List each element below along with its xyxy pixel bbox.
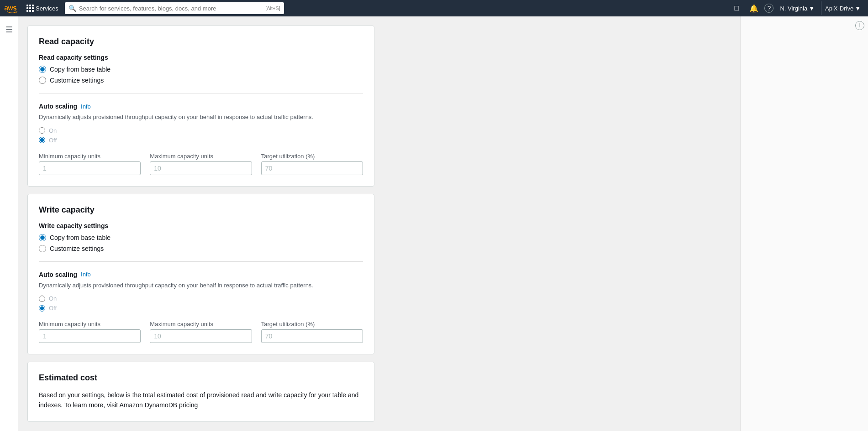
write-max-capacity-group: Maximum capacity units: [150, 321, 252, 343]
write-capacity-card: Write capacity Write capacity settings C…: [27, 194, 374, 355]
read-capacity-fields: Minimum capacity units Maximum capacity …: [39, 153, 363, 175]
read-capacity-radio-group: Copy from base table Customize settings: [39, 66, 363, 84]
write-on-option[interactable]: On: [39, 295, 363, 302]
write-divider-1: [39, 261, 363, 262]
write-min-capacity-label: Minimum capacity units: [39, 321, 141, 327]
navbar: Services 🔍 [Alt+S] □ 🔔 ? N. Virginia ▼ A…: [0, 0, 868, 16]
read-min-capacity-group: Minimum capacity units: [39, 153, 141, 175]
read-on-radio[interactable]: [39, 127, 45, 134]
read-autoscaling-title: Auto scaling: [39, 103, 77, 110]
hamburger-button[interactable]: ☰: [3, 22, 16, 37]
estimated-cost-description: Based on your settings, below is the tot…: [39, 390, 363, 410]
write-customize-label: Customize settings: [50, 245, 104, 252]
read-copy-radio[interactable]: [39, 66, 46, 73]
write-capacity-fields: Minimum capacity units Maximum capacity …: [39, 321, 363, 343]
read-on-option[interactable]: On: [39, 127, 363, 134]
write-autoscaling-row: Auto scaling Info: [39, 271, 363, 278]
search-bar[interactable]: 🔍 [Alt+S]: [65, 2, 284, 14]
write-copy-from-base-option[interactable]: Copy from base table: [39, 234, 363, 241]
write-capacity-settings-label: Write capacity settings: [39, 222, 363, 229]
write-max-capacity-label: Maximum capacity units: [150, 321, 252, 327]
right-panel: [740, 16, 868, 431]
estimated-cost-title: Estimated cost: [39, 373, 363, 383]
write-custom-radio[interactable]: [39, 245, 46, 252]
write-on-radio[interactable]: [39, 296, 45, 302]
grid-icon: [26, 5, 34, 12]
write-copy-radio[interactable]: [39, 234, 46, 241]
read-min-capacity-input[interactable]: [39, 161, 141, 175]
read-info-link[interactable]: Info: [81, 103, 91, 110]
search-icon: 🔍: [68, 5, 76, 12]
read-capacity-title: Read capacity: [39, 37, 363, 47]
read-target-util-input[interactable]: [261, 161, 363, 175]
page-wrapper: ☰ Read capacity Read capacity settings C…: [0, 16, 868, 431]
read-copy-label: Copy from base table: [50, 66, 110, 73]
read-max-capacity-input[interactable]: [150, 161, 252, 175]
read-target-util-group: Target utilization (%): [261, 153, 363, 175]
question-icon: ?: [767, 5, 771, 12]
write-off-radio[interactable]: [39, 305, 45, 312]
write-copy-label: Copy from base table: [50, 234, 110, 241]
info-circle-icon[interactable]: i: [855, 21, 864, 30]
write-info-link[interactable]: Info: [81, 271, 91, 278]
read-customize-label: Customize settings: [50, 77, 104, 84]
info-icon: i: [859, 22, 861, 29]
read-off-radio[interactable]: [39, 137, 45, 143]
write-capacity-radio-group: Copy from base table Customize settings: [39, 234, 363, 252]
region-selector[interactable]: N. Virginia ▼: [777, 1, 817, 15]
write-off-option[interactable]: Off: [39, 305, 363, 312]
region-label: N. Virginia: [780, 5, 807, 12]
read-autoscaling-row: Auto scaling Info: [39, 103, 363, 110]
read-off-label: Off: [49, 137, 57, 144]
bell-icon-btn[interactable]: 🔔: [747, 1, 761, 15]
services-label: Services: [36, 5, 58, 12]
write-autoscaling-desc: Dynamically adjusts provisioned throughp…: [39, 281, 363, 290]
read-autoscaling-desc: Dynamically adjusts provisioned throughp…: [39, 113, 363, 122]
read-custom-radio[interactable]: [39, 77, 46, 84]
account-label: ApiX-Drive: [825, 5, 853, 12]
aws-logo[interactable]: [4, 4, 18, 13]
estimated-cost-card: Estimated cost Based on your settings, b…: [27, 362, 374, 422]
write-autoscaling-title: Auto scaling: [39, 271, 77, 278]
write-min-capacity-group: Minimum capacity units: [39, 321, 141, 343]
help-icon-btn[interactable]: ?: [764, 4, 773, 13]
read-off-option[interactable]: Off: [39, 137, 363, 144]
read-on-off-group: On Off: [39, 127, 363, 144]
read-copy-from-base-option[interactable]: Copy from base table: [39, 66, 363, 73]
write-on-label: On: [49, 295, 57, 302]
read-customize-option[interactable]: Customize settings: [39, 77, 363, 84]
region-caret-icon: ▼: [809, 5, 815, 12]
write-capacity-title: Write capacity: [39, 205, 363, 215]
read-divider-1: [39, 93, 363, 93]
read-target-util-label: Target utilization (%): [261, 153, 363, 160]
write-customize-option[interactable]: Customize settings: [39, 245, 363, 252]
read-capacity-settings-label: Read capacity settings: [39, 54, 363, 61]
terminal-icon-btn[interactable]: □: [730, 1, 743, 15]
search-input[interactable]: [79, 5, 263, 12]
read-max-capacity-group: Maximum capacity units: [150, 153, 252, 175]
services-menu[interactable]: Services: [24, 5, 61, 12]
account-menu[interactable]: ApiX-Drive ▼: [821, 1, 864, 15]
write-max-capacity-input[interactable]: [150, 329, 252, 343]
write-off-label: Off: [49, 305, 57, 312]
write-target-util-group: Target utilization (%): [261, 321, 363, 343]
sidebar-toggle: ☰: [0, 16, 18, 431]
read-capacity-card: Read capacity Read capacity settings Cop…: [27, 26, 374, 187]
main-content: Read capacity Read capacity settings Cop…: [18, 16, 740, 431]
account-caret-icon: ▼: [855, 5, 861, 12]
write-target-util-input[interactable]: [261, 329, 363, 343]
read-on-label: On: [49, 127, 57, 134]
read-min-capacity-label: Minimum capacity units: [39, 153, 141, 160]
search-shortcut: [Alt+S]: [265, 5, 280, 11]
read-max-capacity-label: Maximum capacity units: [150, 153, 252, 160]
write-target-util-label: Target utilization (%): [261, 321, 363, 327]
write-on-off-group: On Off: [39, 295, 363, 312]
write-min-capacity-input[interactable]: [39, 329, 141, 343]
